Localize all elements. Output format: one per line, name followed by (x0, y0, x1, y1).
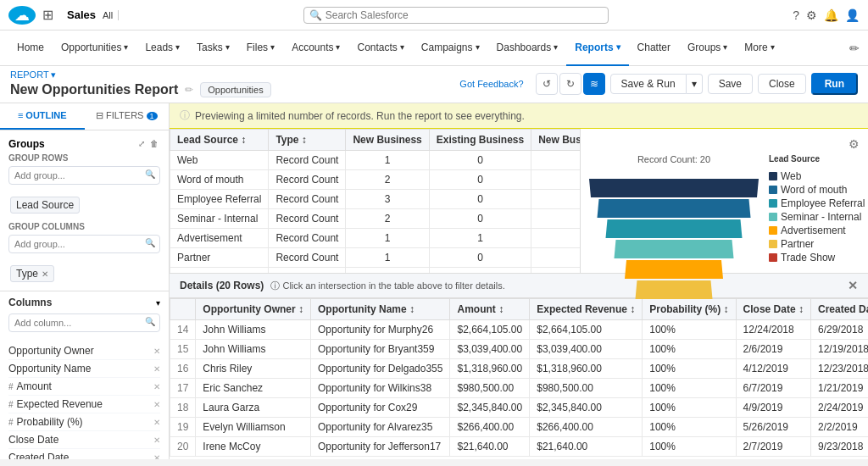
hash-icon: # (8, 382, 14, 391)
details-header: Details (20 Rows) ⓘ Click an intersectio… (170, 274, 868, 298)
nav-contacts[interactable]: Contacts ▾ (348, 31, 412, 66)
col-remove-icon[interactable]: ✕ (153, 400, 160, 409)
details-row[interactable]: 16 Chris Riley Opportunity for Delgado35… (170, 359, 869, 379)
details-row[interactable]: 15 John Williams Opportunity for Bryant3… (170, 340, 869, 359)
report-actions: Got Feedback? ↺ ↻ ≋ Save & Run ▾ Save Cl… (459, 73, 858, 95)
salesforce-logo[interactable]: ☁ (8, 6, 36, 25)
help-icon[interactable]: ? (793, 8, 799, 22)
cell-created: 6/29/2018 (810, 320, 868, 340)
cell-prob: 100% (643, 437, 736, 457)
cell-lead-source: Employee Referral (170, 190, 269, 209)
col-close-date[interactable]: Close Date ↕ (736, 299, 810, 320)
details-close-icon[interactable]: ✕ (848, 279, 858, 292)
details-row[interactable]: 20 Irene McCoy Opportunity for Jefferson… (170, 437, 869, 457)
col-remove-icon[interactable]: ✕ (153, 418, 160, 427)
col-new-business-addon[interactable]: New Business / Add-on (531, 130, 580, 151)
search-bar[interactable]: 🔍 (303, 7, 609, 24)
col-new-business[interactable]: New Business (346, 130, 429, 151)
columns-toggle[interactable]: Columns ▾ (0, 291, 169, 313)
left-panel: ≡ OUTLINE ⊟ FILTERS 1 Groups ⤢ 🗑 GROUP R… (0, 103, 170, 459)
details-row[interactable]: 17 Eric Sanchez Opportunity for Wilkins3… (170, 379, 869, 398)
nav-tasks[interactable]: Tasks ▾ (188, 31, 238, 66)
add-group-columns-input[interactable] (8, 235, 160, 253)
details-row[interactable]: 19 Evelyn Williamson Opportunity for Alv… (170, 418, 869, 437)
col-type[interactable]: Type ↕ (269, 130, 346, 151)
col-created-date[interactable]: Created Date ↕ (810, 299, 868, 320)
nav-chatter[interactable]: Chatter (629, 31, 679, 66)
chart-settings-icon[interactable]: ⚙ (849, 137, 860, 151)
delete-groups-icon[interactable]: 🗑 (148, 137, 160, 150)
col-remove-icon[interactable]: ✕ (153, 347, 160, 356)
nav-accounts[interactable]: Accounts ▾ (283, 31, 348, 66)
main-content: ≡ OUTLINE ⊟ FILTERS 1 Groups ⤢ 🗑 GROUP R… (0, 103, 868, 459)
save-run-button[interactable]: Save & Run (610, 74, 687, 94)
nav-files[interactable]: Files ▾ (238, 31, 283, 66)
save-run-dropdown-button[interactable]: ▾ (687, 74, 703, 94)
funnel-layer (596, 199, 753, 218)
cell-close: 12/24/2018 (736, 320, 810, 340)
lead-source-tag[interactable]: Lead Source (10, 197, 80, 214)
add-group-rows-input[interactable] (8, 166, 160, 185)
col-remove-icon[interactable]: ✕ (153, 382, 160, 391)
col-lead-source[interactable]: Lead Source ↕ (170, 130, 269, 151)
legend-color (769, 199, 777, 208)
info-icon: ⓘ (180, 108, 190, 123)
table-row[interactable]: Employee Referral Record Count 3 0 1 (170, 190, 581, 209)
run-button[interactable]: Run (811, 73, 858, 95)
feedback-link[interactable]: Got Feedback? (459, 79, 523, 89)
save-button[interactable]: Save (708, 74, 753, 94)
expand-icon[interactable]: ⤢ (136, 137, 147, 150)
column-amount: # Amount ✕ (8, 378, 160, 396)
details-row[interactable]: 18 Laura Garza Opportunity for Cox29 $2,… (170, 398, 869, 418)
table-row[interactable]: Seminar - Internal Record Count 2 0 0 (170, 209, 581, 229)
chart-view-button[interactable]: ≋ (583, 73, 605, 95)
nav-more[interactable]: More ▾ (736, 31, 782, 66)
search-input[interactable] (326, 9, 603, 21)
search-col-icon: 🔍 (145, 317, 155, 326)
all-dropdown[interactable]: All (103, 10, 119, 20)
nav-dashboards[interactable]: Dashboards ▾ (488, 31, 567, 66)
legend-title: Lead Source (769, 154, 868, 164)
cell-opp-name: Opportunity for Bryant359 (311, 340, 450, 359)
redo-button[interactable]: ↻ (559, 73, 581, 95)
tab-filters[interactable]: ⊟ FILTERS 1 (85, 103, 170, 130)
col-expected-rev[interactable]: Expected Revenue ↕ (530, 299, 643, 320)
undo-button[interactable]: ↺ (536, 73, 558, 95)
nav-groups[interactable]: Groups ▾ (679, 31, 736, 66)
nav-leads[interactable]: Leads ▾ (136, 31, 188, 66)
type-tag[interactable]: Type ✕ (10, 265, 54, 282)
report-tag[interactable]: Opportunities (200, 82, 270, 97)
cell-new-business: 1 (346, 229, 429, 248)
nav-home[interactable]: Home (8, 31, 53, 66)
app-launcher-icon[interactable]: ⊞ (42, 7, 53, 23)
cell-new-business-addon: 3 (531, 170, 580, 190)
col-amount[interactable]: Amount ↕ (450, 299, 530, 320)
cell-amount: $21,640.00 (450, 437, 530, 457)
setup-icon[interactable]: ⚙ (806, 8, 817, 22)
tab-outline[interactable]: ≡ OUTLINE (0, 103, 85, 130)
col-owner[interactable]: Opportunity Owner ↕ (196, 299, 311, 320)
col-opp-name[interactable]: Opportunity Name ↕ (311, 299, 450, 320)
nav-campaigns[interactable]: Campaigns ▾ (413, 31, 488, 66)
col-remove-icon[interactable]: ✕ (153, 364, 160, 374)
nav-opportunities[interactable]: Opportunities ▾ (53, 31, 136, 66)
table-row[interactable]: Word of mouth Record Count 2 0 3 (170, 170, 581, 190)
nav-edit-icon[interactable]: ✏ (849, 42, 860, 55)
col-prob[interactable]: Probability (%) ↕ (643, 299, 736, 320)
details-row[interactable]: 14 John Williams Opportunity for Murphy2… (170, 320, 869, 340)
nav-reports[interactable]: Reports ▾ (566, 31, 628, 66)
type-remove-icon[interactable]: ✕ (42, 269, 48, 279)
table-row[interactable]: Web Record Count 1 0 0 (170, 151, 581, 170)
col-remove-icon[interactable]: ✕ (153, 435, 160, 445)
table-row[interactable]: Partner Record Count 1 0 1 (170, 248, 581, 268)
col-existing-business[interactable]: Existing Business (429, 130, 531, 151)
table-row[interactable]: Advertisement Record Count 1 1 1 (170, 229, 581, 248)
close-button[interactable]: Close (758, 74, 806, 94)
add-column-input[interactable] (8, 313, 160, 332)
lead-source-label: Lead Source (16, 199, 74, 211)
edit-title-icon[interactable]: ✏ (185, 84, 193, 96)
breadcrumb[interactable]: REPORT ▾ (10, 69, 271, 80)
col-remove-icon[interactable]: ✕ (153, 453, 160, 460)
user-avatar[interactable]: 👤 (845, 8, 860, 22)
notifications-icon[interactable]: 🔔 (824, 8, 838, 22)
